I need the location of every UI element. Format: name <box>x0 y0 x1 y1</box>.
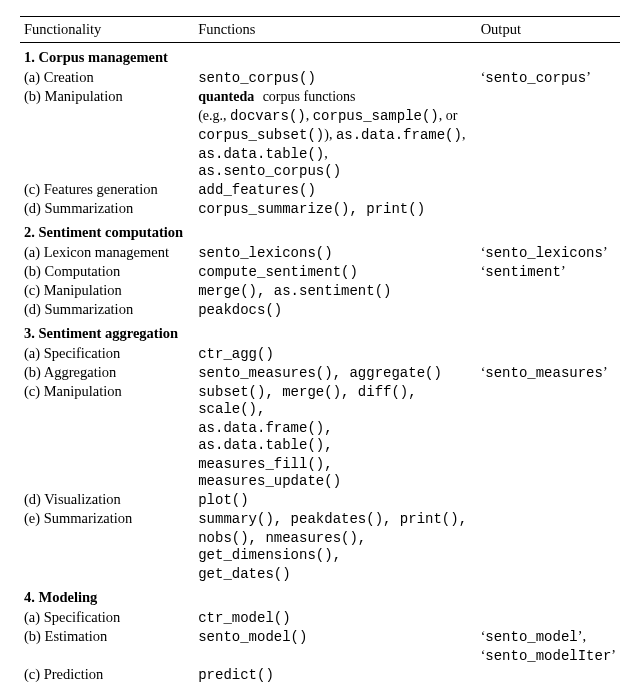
functionality-cell: (a) Specification <box>20 608 194 627</box>
output-cell: sento_measures <box>477 363 620 382</box>
header-functionality: Functionality <box>20 17 194 43</box>
functionality-cell: (e) Summarization <box>20 509 194 528</box>
output-cell <box>477 344 620 363</box>
functionality-cell <box>20 144 194 180</box>
output-cell <box>477 418 620 454</box>
functionality-cell: (d) Visualization <box>20 490 194 509</box>
functions-cell: merge(), as.sentiment() <box>194 281 476 300</box>
output-cell <box>477 454 620 490</box>
functions-cell: corpus_subset()), as.data.frame(), <box>194 125 476 144</box>
section-title: 3. Sentiment aggregation <box>20 319 620 344</box>
functions-cell: measures_fill(), measures_update() <box>194 454 476 490</box>
functions-table: Functionality Functions Output 1. Corpus… <box>20 16 620 682</box>
output-cell <box>477 300 620 319</box>
functions-cell: (e.g., docvars(), corpus_sample(), or <box>194 106 476 125</box>
output-cell: sento_model, <box>477 627 620 646</box>
output-cell: sento_modelIter <box>477 646 620 665</box>
table-row: (b) Aggregationsento_measures(), aggrega… <box>20 363 620 382</box>
table-row: as.data.table(), as.sento_corpus() <box>20 144 620 180</box>
functions-cell: nobs(), nmeasures(), get_dimensions(), <box>194 528 476 564</box>
section-title: 4. Modeling <box>20 583 620 608</box>
table-row: (b) Estimationsento_model()sento_model, <box>20 627 620 646</box>
functionality-cell: (b) Computation <box>20 262 194 281</box>
functions-cell: predict() <box>194 665 476 682</box>
functionality-cell: (b) Estimation <box>20 627 194 646</box>
table-row: (a) Specificationctr_model() <box>20 608 620 627</box>
table-row: (c) Predictionpredict() <box>20 665 620 682</box>
section-title: 1. Corpus management <box>20 43 620 69</box>
table-row: measures_fill(), measures_update() <box>20 454 620 490</box>
table-row: (b) Computationcompute_sentiment()sentim… <box>20 262 620 281</box>
functions-cell: ctr_agg() <box>194 344 476 363</box>
functions-cell: plot() <box>194 490 476 509</box>
functionality-cell: (d) Summarization <box>20 300 194 319</box>
table-row: (d) Summarizationpeakdocs() <box>20 300 620 319</box>
functionality-cell: (b) Aggregation <box>20 363 194 382</box>
output-cell <box>477 125 620 144</box>
functionality-cell: (b) Manipulation <box>20 87 194 106</box>
functionality-cell: (a) Creation <box>20 68 194 87</box>
section-header: 3. Sentiment aggregation <box>20 319 620 344</box>
functions-cell: corpus_summarize(), print() <box>194 199 476 218</box>
table-row: (d) Summarizationcorpus_summarize(), pri… <box>20 199 620 218</box>
output-cell <box>477 144 620 180</box>
section-header: 1. Corpus management <box>20 43 620 69</box>
table-row: (a) Creationsento_corpus()sento_corpus <box>20 68 620 87</box>
functions-cell: quanteda corpus functions <box>194 87 476 106</box>
output-cell <box>477 564 620 583</box>
table-row: get_dates() <box>20 564 620 583</box>
functionality-cell: (d) Summarization <box>20 199 194 218</box>
table-row: nobs(), nmeasures(), get_dimensions(), <box>20 528 620 564</box>
functions-cell: as.data.frame(), as.data.table(), <box>194 418 476 454</box>
functions-cell: sento_measures(), aggregate() <box>194 363 476 382</box>
header-output: Output <box>477 17 620 43</box>
functionality-cell: (c) Manipulation <box>20 382 194 418</box>
table-row: (d) Visualizationplot() <box>20 490 620 509</box>
functionality-cell: (a) Specification <box>20 344 194 363</box>
functions-cell: add_features() <box>194 180 476 199</box>
functionality-cell <box>20 528 194 564</box>
functionality-cell <box>20 646 194 665</box>
table-row: (c) Manipulationsubset(), merge(), diff(… <box>20 382 620 418</box>
table-row: (c) Features generationadd_features() <box>20 180 620 199</box>
table-row: (e) Summarizationsummary(), peakdates(),… <box>20 509 620 528</box>
table-row: (c) Manipulationmerge(), as.sentiment() <box>20 281 620 300</box>
output-cell: sento_lexicons <box>477 243 620 262</box>
functionality-cell <box>20 106 194 125</box>
functions-cell: summary(), peakdates(), print(), <box>194 509 476 528</box>
functions-cell: ctr_model() <box>194 608 476 627</box>
table-row: sento_modelIter <box>20 646 620 665</box>
functionality-cell <box>20 125 194 144</box>
output-cell <box>477 87 620 106</box>
functionality-cell <box>20 418 194 454</box>
output-cell <box>477 180 620 199</box>
table-row: (b) Manipulationquanteda corpus function… <box>20 87 620 106</box>
section-header: 2. Sentiment computation <box>20 218 620 243</box>
table-row: (a) Lexicon managementsento_lexicons()se… <box>20 243 620 262</box>
table-header-row: Functionality Functions Output <box>20 17 620 43</box>
functions-cell: as.data.table(), as.sento_corpus() <box>194 144 476 180</box>
output-cell: sentiment <box>477 262 620 281</box>
table-row: (e.g., docvars(), corpus_sample(), or <box>20 106 620 125</box>
table-row: as.data.frame(), as.data.table(), <box>20 418 620 454</box>
table-row: corpus_subset()), as.data.frame(), <box>20 125 620 144</box>
output-cell <box>477 106 620 125</box>
functionality-cell: (c) Features generation <box>20 180 194 199</box>
functionality-cell: (c) Manipulation <box>20 281 194 300</box>
output-cell <box>477 528 620 564</box>
output-cell <box>477 382 620 418</box>
output-cell <box>477 281 620 300</box>
output-cell <box>477 509 620 528</box>
functionality-cell: (a) Lexicon management <box>20 243 194 262</box>
header-functions: Functions <box>194 17 476 43</box>
functions-cell: sento_corpus() <box>194 68 476 87</box>
output-cell <box>477 608 620 627</box>
functionality-cell <box>20 454 194 490</box>
functions-cell: sento_lexicons() <box>194 243 476 262</box>
section-title: 2. Sentiment computation <box>20 218 620 243</box>
functions-cell <box>194 646 476 665</box>
table-row: (a) Specificationctr_agg() <box>20 344 620 363</box>
output-cell <box>477 199 620 218</box>
output-cell <box>477 490 620 509</box>
functionality-cell <box>20 564 194 583</box>
